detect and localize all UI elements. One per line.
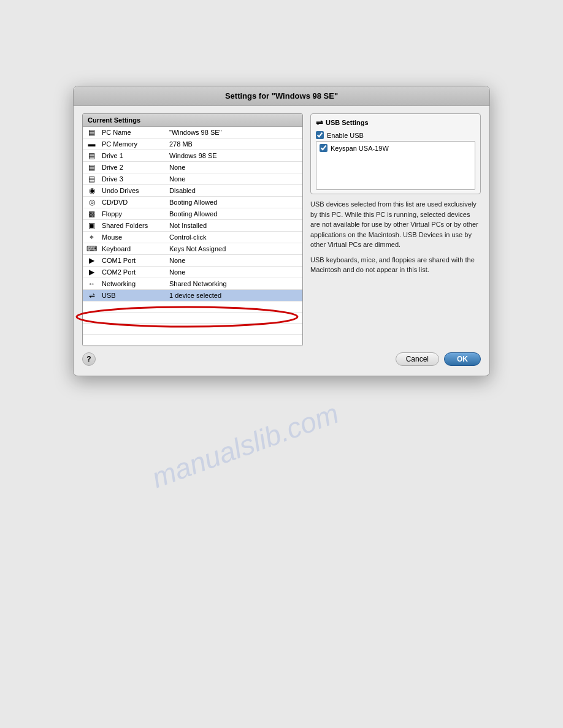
row-name: Mouse	[99, 232, 167, 243]
row-name: COM1 Port	[99, 255, 167, 267]
usb-description-2: USB keyboards, mice, and floppies are sh…	[310, 255, 481, 275]
dialog-body: Current Settings ▤ PC Name "Windows 98 S…	[74, 106, 489, 346]
row-value: 278 MB	[167, 138, 302, 150]
panel-header: Current Settings	[83, 114, 302, 127]
table-row[interactable]: ◎ CD/DVD Booting Allowed	[83, 197, 302, 208]
current-settings-panel: Current Settings ▤ PC Name "Windows 98 S…	[82, 113, 303, 346]
row-icon: ⇌	[83, 290, 99, 301]
enable-usb-row: Enable USB	[316, 131, 475, 139]
table-row[interactable]: ▤ PC Name "Windows 98 SE"	[83, 127, 302, 138]
settings-dialog: Settings for "Windows 98 SE" Current Set…	[73, 86, 490, 376]
row-value: Booting Allowed	[167, 208, 302, 220]
table-row[interactable]: ◉ Undo Drives Disabled	[83, 185, 302, 197]
dialog-titlebar: Settings for "Windows 98 SE"	[74, 86, 489, 106]
table-row[interactable]: ▤ Drive 2 None	[83, 162, 302, 173]
row-value: Booting Allowed	[167, 197, 302, 208]
enable-usb-checkbox[interactable]	[316, 131, 324, 139]
ok-button[interactable]: OK	[444, 352, 481, 366]
usb-settings-label: USB Settings	[326, 119, 369, 126]
row-icon: ⌖	[83, 232, 99, 243]
row-name: Drive 1	[99, 150, 167, 162]
row-icon: ▤	[83, 127, 99, 138]
table-row[interactable]: ▣ Shared Folders Not Installed	[83, 220, 302, 232]
row-icon: ▣	[83, 220, 99, 232]
table-row[interactable]: ▩ Floppy Booting Allowed	[83, 208, 302, 220]
row-value: Disabled	[167, 185, 302, 197]
usb-description-1: USB devices selected from this list are …	[310, 199, 481, 250]
row-icon: ⌨	[83, 243, 99, 255]
help-button[interactable]: ?	[82, 352, 96, 366]
panel-header-label: Current Settings	[88, 116, 140, 124]
table-row[interactable]: ▤ Drive 1 Windows 98 SE	[83, 150, 302, 162]
table-row[interactable]: ⌨ Keyboard Keys Not Assigned	[83, 243, 302, 255]
row-name: PC Memory	[99, 138, 167, 150]
usb-settings-title: ⇌ USB Settings	[316, 118, 475, 127]
row-value: 1 device selected	[167, 290, 302, 301]
row-name: Shared Folders	[99, 220, 167, 232]
row-icon: ◎	[83, 197, 99, 208]
row-value: None	[167, 173, 302, 185]
device-list-item: Keyspan USA-19W	[320, 143, 472, 153]
usb-settings-panel: ⇌ USB Settings Enable USB Keyspan USA-19…	[310, 113, 481, 346]
row-icon: ↔	[83, 278, 99, 290]
row-value: Keys Not Assigned	[167, 243, 302, 255]
spacer-row	[83, 313, 302, 324]
row-name: Drive 2	[99, 162, 167, 173]
row-name: CD/DVD	[99, 197, 167, 208]
cancel-button[interactable]: Cancel	[396, 352, 439, 366]
row-name: Keyboard	[99, 243, 167, 255]
left-panel-wrapper: Current Settings ▤ PC Name "Windows 98 S…	[82, 113, 303, 346]
settings-table: ▤ PC Name "Windows 98 SE" ▬ PC Memory 27…	[83, 127, 302, 346]
row-value: Not Installed	[167, 220, 302, 232]
table-row[interactable]: ▤ Drive 3 None	[83, 173, 302, 185]
row-name: Drive 3	[99, 173, 167, 185]
row-value: None	[167, 267, 302, 278]
spacer-row	[83, 324, 302, 335]
row-icon: ▩	[83, 208, 99, 220]
device-list-box: Keyspan USA-19W	[316, 141, 475, 190]
table-row[interactable]: ↔ Networking Shared Networking	[83, 278, 302, 290]
table-row[interactable]: ⌖ Mouse Control-click	[83, 232, 302, 243]
table-row[interactable]: ⇌ USB 1 device selected	[83, 290, 302, 301]
row-icon: ▤	[83, 150, 99, 162]
row-icon: ▤	[83, 162, 99, 173]
enable-usb-label: Enable USB	[327, 132, 364, 139]
dialog-footer: ? Cancel OK	[74, 346, 489, 366]
row-name: Undo Drives	[99, 185, 167, 197]
watermark: manualslib.com	[147, 396, 343, 495]
dialog-title: Settings for "Windows 98 SE"	[225, 91, 338, 100]
row-name: USB	[99, 290, 167, 301]
row-value: Shared Networking	[167, 278, 302, 290]
row-name: Networking	[99, 278, 167, 290]
table-row[interactable]: ▬ PC Memory 278 MB	[83, 138, 302, 150]
table-row[interactable]: ▶ COM2 Port None	[83, 267, 302, 278]
row-icon: ▬	[83, 138, 99, 150]
keyspan-label: Keyspan USA-19W	[331, 145, 389, 152]
row-value: Windows 98 SE	[167, 150, 302, 162]
row-icon: ◉	[83, 185, 99, 197]
row-value: None	[167, 162, 302, 173]
row-value: None	[167, 255, 302, 267]
keyspan-checkbox[interactable]	[320, 144, 327, 152]
row-name: PC Name	[99, 127, 167, 138]
row-icon: ▶	[83, 267, 99, 278]
row-value: Control-click	[167, 232, 302, 243]
row-name: COM2 Port	[99, 267, 167, 278]
row-icon: ▶	[83, 255, 99, 267]
row-icon: ▤	[83, 173, 99, 185]
table-row[interactable]: ▶ COM1 Port None	[83, 255, 302, 267]
spacer-row	[83, 301, 302, 313]
spacer-row	[83, 335, 302, 346]
usb-icon: ⇌	[316, 118, 323, 127]
row-name: Floppy	[99, 208, 167, 220]
usb-settings-box: ⇌ USB Settings Enable USB Keyspan USA-19…	[310, 113, 481, 194]
row-value: "Windows 98 SE"	[167, 127, 302, 138]
